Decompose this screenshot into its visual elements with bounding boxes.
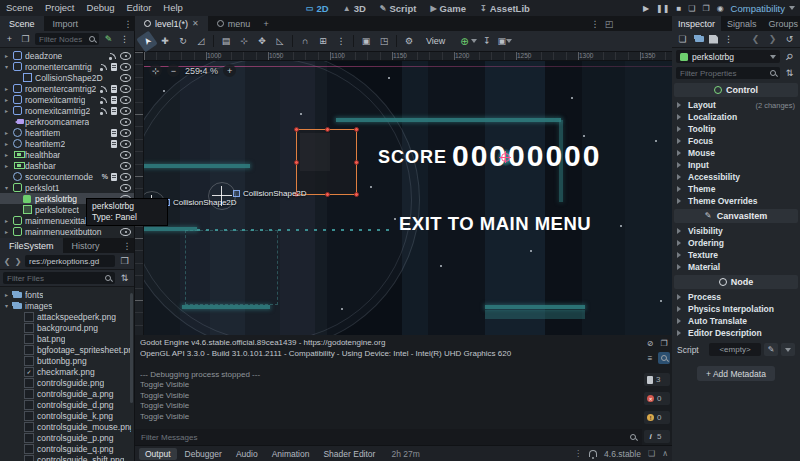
property-group[interactable]: Accessibility: [672, 171, 800, 183]
dock-tab[interactable]: Scene: [0, 16, 44, 31]
script-value-dropdown[interactable]: <empty>: [709, 343, 761, 356]
play-custom-scene-button[interactable]: ❐: [702, 4, 709, 13]
filter-warnings-toggle[interactable]: !0: [644, 411, 670, 424]
play-current-scene-button[interactable]: ❏: [688, 4, 695, 13]
scene-tabs-menu-icon[interactable]: ⋮: [588, 16, 602, 31]
camera-preview-plus-button[interactable]: ⊕: [460, 36, 476, 47]
property-group[interactable]: Layout(2 changes): [672, 99, 800, 111]
expand-arrow-icon[interactable]: ▾: [2, 302, 11, 309]
lock-button[interactable]: ▣: [358, 34, 374, 49]
collapse-duplicates-button[interactable]: ≡: [644, 352, 656, 364]
visibility-eye-icon[interactable]: [120, 96, 131, 104]
file-tree-item[interactable]: controlsguide_shift.png: [0, 454, 134, 461]
scene-tab[interactable]: menu: [208, 16, 260, 31]
visibility-eye-icon[interactable]: [120, 129, 131, 137]
menu-item[interactable]: Project: [39, 0, 81, 16]
visibility-eye-icon[interactable]: [120, 151, 131, 159]
property-group[interactable]: Process: [672, 291, 800, 303]
make-floating-icon[interactable]: ❏: [648, 449, 655, 458]
scene-tree-item[interactable]: ▸ heartitem2 %: [0, 138, 134, 149]
zoom-percent[interactable]: 259.4 %: [185, 66, 218, 76]
show-search-button[interactable]: [658, 352, 670, 364]
panel-menu-icon[interactable]: ⋮: [574, 449, 582, 458]
workspace-tab[interactable]: ▶Game: [430, 3, 466, 14]
file-tree-item[interactable]: controlsguide.png: [0, 377, 134, 388]
scene-tree-item[interactable]: ▾ roomentercamtrig %: [0, 61, 134, 72]
script-options-dropdown[interactable]: [781, 343, 795, 356]
property-group[interactable]: Auto Translate: [672, 315, 800, 327]
scene-tab[interactable]: level1(*)✕: [135, 16, 208, 31]
resize-handle[interactable]: [354, 192, 359, 197]
stop-button[interactable]: ■: [676, 4, 681, 13]
view-menu-button[interactable]: View: [419, 36, 452, 46]
dock-tab[interactable]: Import: [44, 16, 88, 31]
smart-snap-button[interactable]: ∩: [297, 34, 313, 49]
movie-maker-button[interactable]: ◉: [717, 4, 724, 13]
grid-snap-button[interactable]: ⊞: [315, 34, 331, 49]
visibility-eye-icon[interactable]: [120, 52, 131, 60]
script-icon[interactable]: [111, 96, 117, 104]
file-tree-item[interactable]: ✓ checkmark.png: [0, 366, 134, 377]
property-sort-button[interactable]: ⇅: [783, 67, 796, 80]
file-tree-item[interactable]: buttonbg.png: [0, 355, 134, 366]
resize-handle[interactable]: [354, 160, 359, 165]
scene-tree-item[interactable]: ▸ heartitem %: [0, 127, 134, 138]
bottom-panel-tab[interactable]: Debugger: [179, 448, 228, 460]
file-tree-item[interactable]: background.png: [0, 322, 134, 333]
dock-tab[interactable]: Signals: [721, 16, 763, 31]
property-group[interactable]: Physics Interpolation: [672, 303, 800, 315]
object-selector[interactable]: perkslotrbg: [676, 50, 780, 63]
resource-menu-icon[interactable]: ⋮: [722, 33, 735, 46]
scene-tree-item[interactable]: ▸ roomexitcamtrig2 %: [0, 105, 134, 116]
script-icon[interactable]: [111, 85, 117, 93]
pause-button[interactable]: ❚❚: [656, 4, 669, 13]
script-icon[interactable]: [111, 63, 117, 71]
bottom-panel-tab[interactable]: Animation: [266, 448, 316, 460]
canvas-viewport[interactable]: SCORE 00000000 EXIT TO MAIN MENU: [135, 52, 672, 335]
filter-errors-toggle[interactable]: ✕0: [644, 392, 670, 405]
workspace-tab[interactable]: ✎Script: [380, 3, 417, 14]
signal-icon[interactable]: [100, 96, 108, 104]
scene-tree-item[interactable]: CollisionShape2D %: [0, 72, 134, 83]
current-path[interactable]: res://perkoptions.gd: [25, 255, 115, 267]
filter-properties-input[interactable]: [680, 69, 767, 78]
property-group[interactable]: Material: [672, 261, 800, 273]
resize-handle[interactable]: [294, 127, 299, 132]
property-group[interactable]: Focus: [672, 135, 800, 147]
play-button[interactable]: ▶: [643, 4, 649, 13]
toolbar-separator[interactable]: [213, 35, 214, 47]
resize-handle[interactable]: [294, 160, 299, 165]
property-group[interactable]: Ordering: [672, 237, 800, 249]
scene-tree-item[interactable]: perkroomcamera %: [0, 116, 134, 127]
expand-arrow-icon[interactable]: ▸: [2, 96, 11, 103]
bottom-panel-tab[interactable]: Shader Editor: [317, 448, 381, 460]
expand-arrow-icon[interactable]: ▸: [2, 217, 11, 224]
scene-tree-item[interactable]: ▸ roomentercamtrig2 %: [0, 83, 134, 94]
visibility-eye-icon[interactable]: [120, 228, 131, 236]
history-icon[interactable]: ↺: [783, 33, 796, 46]
center-view-icon[interactable]: ↧: [479, 34, 495, 49]
workspace-tab[interactable]: ▲3D: [343, 3, 366, 14]
copy-output-button[interactable]: ❐: [658, 337, 670, 349]
file-tree-item[interactable]: controlsguide_mouse.png: [0, 421, 134, 432]
signal-icon[interactable]: [100, 107, 108, 115]
property-group[interactable]: Theme: [672, 183, 800, 195]
expand-arrow-icon[interactable]: ▸: [2, 107, 11, 114]
ruler-tool-button[interactable]: ◺: [272, 34, 288, 49]
visibility-eye-icon[interactable]: [120, 140, 131, 148]
move-tool-button[interactable]: ✚: [157, 34, 173, 49]
pivot-tool-button[interactable]: ⊹: [236, 34, 252, 49]
filter-nodes-input[interactable]: [39, 35, 86, 44]
dock-tab[interactable]: Inspector: [672, 16, 721, 31]
scene-tree-item[interactable]: ▾ perkslot1 %: [0, 182, 134, 193]
expand-arrow-icon[interactable]: ▸: [2, 129, 11, 136]
signal-icon[interactable]: [109, 52, 117, 60]
scene-tree-item[interactable]: ▸ healthbar %: [0, 149, 134, 160]
script-icon[interactable]: [111, 129, 117, 137]
notifications-bell-icon[interactable]: [589, 450, 597, 457]
file-tree-item[interactable]: ▸ fonts: [0, 289, 134, 300]
menu-item[interactable]: Help: [157, 0, 189, 16]
forward-icon[interactable]: ❯: [14, 257, 22, 266]
property-group[interactable]: Theme Overrides: [672, 195, 800, 207]
bottom-panel-tab[interactable]: Output: [139, 448, 177, 460]
